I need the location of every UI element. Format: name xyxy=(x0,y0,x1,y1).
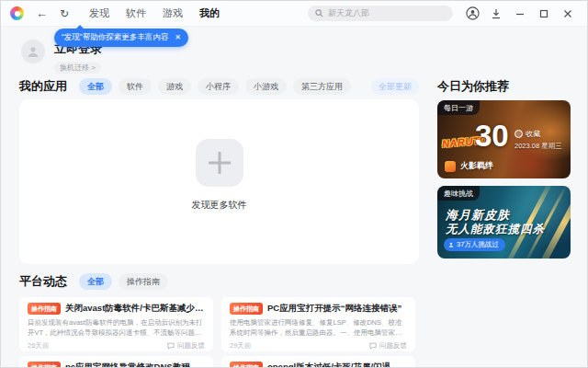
favorite-row[interactable]: 收藏 xyxy=(514,129,540,139)
my-apps-tab-all[interactable]: 全部 xyxy=(79,78,112,95)
daily-game-badge: 每日一游 xyxy=(437,100,480,115)
feed-header: 平台动态 全部 操作指南 xyxy=(19,273,168,290)
post-title: opengl版本过低/卡死/花屏/闪退，升级显卡驱动… xyxy=(267,362,407,368)
post-tag: 操作指南 xyxy=(230,362,263,368)
daily-game-name: 火影羁绊 xyxy=(460,160,493,172)
close-icon[interactable] xyxy=(558,5,578,23)
user-icon[interactable] xyxy=(462,5,482,23)
post-title: pc应用宝网络异常修改DNS教程 xyxy=(65,362,190,368)
feed-post[interactable]: 操作指南 PC应用宝打开提示“网络连接错误” 使用电脑管家进行网络修复、修复LS… xyxy=(221,297,415,351)
post-time: 29天前 xyxy=(230,341,251,351)
app-window: ← ↻ 发现 软件 游戏 我的 新天龙八部 “发现”帮助你探索更多丰富内容 ✕ xyxy=(0,0,588,368)
back-icon[interactable]: ← xyxy=(36,7,48,19)
my-apps-tab-thirdparty[interactable]: 第三方应用 xyxy=(293,78,351,95)
post-feedback-link[interactable]: 问题反馈 xyxy=(167,341,205,351)
search-icon xyxy=(315,9,323,17)
nav-item-software[interactable]: 软件 xyxy=(126,6,146,20)
discover-tooltip: “发现”帮助你探索更多丰富内容 ✕ xyxy=(54,29,188,47)
app-logo-icon[interactable] xyxy=(10,6,24,20)
feed-post[interactable]: 操作指南 pc应用宝网络异常修改DNS教程 xyxy=(19,356,213,368)
post-tag: 操作指南 xyxy=(230,303,263,315)
my-apps-card: 发现更多软件 xyxy=(19,99,419,264)
my-apps-header: 我的应用 全部 软件 游戏 小程序 小游戏 第三方应用 全部更新 xyxy=(19,78,419,95)
minimize-icon[interactable] xyxy=(510,5,530,23)
tooltip-text: “发现”帮助你探索更多丰富内容 xyxy=(62,32,168,43)
discover-more-label: 发现更多软件 xyxy=(192,199,247,212)
post-feedback-label: 问题反馈 xyxy=(379,341,407,351)
challenge-badge: 趣味挑战 xyxy=(437,186,480,201)
challenge-stat-pill[interactable]: 37万人挑战过 xyxy=(444,238,505,251)
nav-item-games[interactable]: 游戏 xyxy=(163,6,183,20)
device-migrate-link[interactable]: 换机迁移 > xyxy=(54,62,101,74)
post-tag: 操作指南 xyxy=(28,303,61,315)
post-feedback-link[interactable]: 问题反馈 xyxy=(369,341,407,351)
my-apps-tab-minigames[interactable]: 小游戏 xyxy=(245,78,287,95)
my-apps-title: 我的应用 xyxy=(19,78,67,95)
tooltip-close-icon[interactable]: ✕ xyxy=(175,34,181,41)
people-icon xyxy=(448,242,454,247)
nav-item-discover[interactable]: 发现 xyxy=(89,6,109,20)
favorite-label: 收藏 xyxy=(526,129,540,139)
my-apps-tab-miniprograms[interactable]: 小程序 xyxy=(198,78,239,95)
search-input[interactable]: 新天龙八部 xyxy=(308,6,453,21)
favorite-icon xyxy=(514,130,523,138)
maximize-icon[interactable] xyxy=(534,5,554,23)
topbar: ← ↻ 发现 软件 游戏 我的 新天龙八部 xyxy=(1,1,587,27)
person-icon xyxy=(26,44,40,59)
my-apps-tab-software[interactable]: 软件 xyxy=(119,78,152,95)
post-title: PC应用宝打开提示“网络连接错误” xyxy=(267,303,401,315)
post-body: 目前发现装有avast防毒软件的电脑，在启动后识别为未打开VT，此种情况会导致模… xyxy=(28,317,205,339)
post-title: 关闭avast防毒软件/卡巴斯基减少卡顿现象 xyxy=(65,303,205,315)
my-apps-tab-games[interactable]: 游戏 xyxy=(158,78,191,95)
feed-post[interactable]: 操作指南 关闭avast防毒软件/卡巴斯基减少卡顿现象 目前发现装有avast防… xyxy=(19,297,213,351)
post-tag: 操作指南 xyxy=(28,362,61,368)
challenge-stat-text: 37万人挑战过 xyxy=(457,240,499,249)
comment-icon xyxy=(369,342,377,350)
daily-day-number: 30 xyxy=(475,119,509,154)
post-feedback-label: 问题反馈 xyxy=(177,341,205,351)
daily-game-card[interactable]: 每日一游 NARUTO 30 收藏 2023.08 星期三 火影羁绊 xyxy=(437,100,571,178)
feed-tab-guide[interactable]: 操作指南 xyxy=(119,273,168,290)
challenge-card[interactable]: 趣味挑战 海月新皮肤 无人能敌狂揽四杀 37万人挑战过 xyxy=(437,186,571,259)
comment-icon xyxy=(167,342,175,350)
post-time: 26天前 xyxy=(28,341,49,351)
download-icon[interactable] xyxy=(486,5,506,23)
refresh-icon[interactable]: ↻ xyxy=(60,8,69,19)
add-software-button[interactable] xyxy=(196,139,243,187)
nav-item-mine[interactable]: 我的 xyxy=(199,6,220,20)
challenge-line2: 无人能敌狂揽四杀 xyxy=(446,222,545,237)
update-all-button[interactable]: 全部更新 xyxy=(371,78,419,95)
post-body: 使用电脑管家进行网络修复、修复LSP、修改DNS、校准系统时间等操作，然后重启路… xyxy=(230,317,407,339)
feed-title: 平台动态 xyxy=(19,273,67,290)
avatar[interactable] xyxy=(21,40,45,63)
feed-post[interactable]: 操作指南 opengl版本过低/卡死/花屏/闪退，升级显卡驱动… xyxy=(221,356,415,368)
search-placeholder: 新天龙八部 xyxy=(328,7,369,19)
daily-date: 2023.08 星期三 xyxy=(514,142,562,151)
feed-tab-all[interactable]: 全部 xyxy=(79,273,112,290)
recommend-title: 今日为你推荐 xyxy=(437,78,509,95)
game-icon xyxy=(445,161,456,172)
daily-game-row[interactable]: 火影羁绊 xyxy=(445,160,493,172)
